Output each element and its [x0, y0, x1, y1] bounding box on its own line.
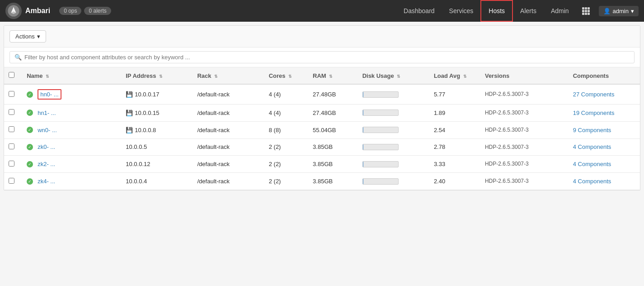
row-checkbox-cell — [4, 84, 22, 105]
actions-button[interactable]: Actions ▾ — [9, 30, 46, 43]
components-link[interactable]: 19 Components — [573, 110, 615, 116]
header-rack[interactable]: Rack ⇅ — [193, 67, 264, 84]
components-link[interactable]: 4 Components — [573, 143, 611, 150]
rack-value: /default-rack — [197, 127, 230, 133]
admin-menu[interactable]: 👤 admin ▾ — [599, 6, 639, 16]
cores-value: 4 (4) — [269, 91, 281, 98]
cores-value: 2 (2) — [269, 161, 281, 167]
load-sort-icon: ⇅ — [463, 74, 467, 79]
disk-bar-bg — [362, 144, 399, 150]
svg-rect-6 — [588, 10, 590, 12]
row-ram-cell: 27.48GB — [308, 105, 358, 122]
ram-value: 27.48GB — [313, 110, 336, 116]
status-icon — [27, 127, 33, 133]
header-cores[interactable]: Cores ⇅ — [264, 67, 308, 84]
hdd-icon: 💾 — [126, 91, 133, 98]
ip-value: 10.0.0.12 — [126, 161, 150, 167]
row-rack-cell: /default-rack — [193, 173, 264, 190]
table-row: hn1- ... 💾 10.0.0.15 /default-rack4 (4)2… — [4, 105, 640, 122]
svg-rect-3 — [588, 7, 590, 10]
brand[interactable]: Ambari — [5, 3, 50, 19]
user-icon: 👤 — [603, 8, 611, 14]
disk-bar-wrap — [362, 127, 425, 133]
components-link[interactable]: 9 Components — [573, 127, 611, 133]
row-checkbox[interactable] — [9, 126, 14, 132]
status-icon — [27, 91, 33, 98]
header-ram[interactable]: RAM ⇅ — [308, 67, 358, 84]
row-rack-cell: /default-rack — [193, 156, 264, 173]
search-input[interactable] — [24, 54, 630, 61]
host-name-link[interactable]: hn0- ... — [40, 91, 58, 98]
host-name-link[interactable]: wn0- ... — [38, 127, 57, 133]
admin-caret: ▾ — [631, 8, 634, 14]
ram-value: 3.85GB — [313, 161, 333, 167]
ram-value: 55.04GB — [313, 127, 336, 133]
disk-bar-bg — [362, 127, 399, 133]
nav-dashboard[interactable]: Dashboard — [396, 0, 442, 22]
row-checkbox[interactable] — [9, 178, 14, 184]
row-load-cell: 2.78 — [429, 138, 480, 156]
load-value: 2.40 — [434, 178, 445, 185]
row-load-cell: 3.33 — [429, 156, 480, 173]
components-link[interactable]: 27 Components — [573, 91, 615, 98]
row-disk-cell — [358, 138, 429, 156]
row-checkbox[interactable] — [9, 91, 14, 97]
ops-badge[interactable]: 0 ops — [59, 7, 81, 15]
row-ram-cell: 3.85GB — [308, 173, 358, 190]
ram-value: 3.85GB — [313, 143, 333, 150]
disk-bar-fill — [363, 144, 364, 150]
row-checkbox-cell — [4, 121, 22, 138]
row-cores-cell: 8 (8) — [264, 121, 308, 138]
host-name-link[interactable]: zk0- ... — [38, 143, 55, 150]
header-load[interactable]: Load Avg ⇅ — [429, 67, 480, 84]
table-row: zk4- ... 10.0.0.4 /default-rack2 (2)3.85… — [4, 173, 640, 190]
ip-value: 10.0.0.17 — [135, 91, 159, 98]
row-rack-cell: /default-rack — [193, 138, 264, 156]
row-ram-cell: 27.48GB — [308, 84, 358, 105]
actions-caret: ▾ — [37, 33, 40, 40]
row-ram-cell: 3.85GB — [308, 156, 358, 173]
table-header-row: Name ⇅ IP Address ⇅ Rack ⇅ Cores ⇅ RAM — [4, 67, 640, 84]
navbar-badges: 0 ops 0 alerts — [59, 7, 111, 15]
cores-value: 8 (8) — [269, 127, 281, 133]
components-link[interactable]: 4 Components — [573, 178, 611, 185]
versions-value: HDP-2.6.5.3007-3 — [485, 161, 529, 167]
disk-bar-fill — [363, 110, 364, 115]
alerts-badge[interactable]: 0 alerts — [84, 7, 111, 15]
brand-logo — [5, 3, 22, 19]
row-load-cell: 2.54 — [429, 121, 480, 138]
row-ip-cell: 💾 10.0.0.8 — [121, 121, 193, 138]
svg-rect-7 — [582, 13, 584, 15]
header-ip[interactable]: IP Address ⇅ — [121, 67, 193, 84]
host-name-link[interactable]: hn1- ... — [38, 110, 56, 116]
row-checkbox-cell — [4, 105, 22, 122]
disk-bar-bg — [362, 91, 399, 98]
nav-admin[interactable]: Admin — [544, 0, 576, 22]
status-icon — [27, 161, 33, 167]
row-checkbox[interactable] — [9, 161, 14, 167]
row-checkbox[interactable] — [9, 143, 14, 149]
rack-value: /default-rack — [197, 110, 230, 116]
header-checkbox[interactable] — [4, 67, 22, 84]
nav-hosts[interactable]: Hosts — [480, 0, 513, 22]
select-all-checkbox[interactable] — [9, 72, 14, 78]
components-link[interactable]: 4 Components — [573, 161, 611, 167]
grid-icon[interactable] — [576, 0, 595, 22]
status-icon — [27, 110, 33, 116]
header-name[interactable]: Name ⇅ — [22, 67, 121, 84]
host-name-link[interactable]: zk4- ... — [38, 178, 55, 185]
nav-alerts[interactable]: Alerts — [513, 0, 544, 22]
svg-rect-8 — [585, 13, 587, 15]
row-ram-cell: 55.04GB — [308, 121, 358, 138]
row-name-cell: wn0- ... — [22, 121, 121, 138]
header-disk[interactable]: Disk Usage ⇅ — [358, 67, 429, 84]
host-name-link[interactable]: zk2- ... — [38, 161, 55, 167]
nav-services[interactable]: Services — [442, 0, 481, 22]
disk-sort-icon: ⇅ — [397, 74, 400, 79]
row-checkbox[interactable] — [9, 109, 14, 115]
rack-value: /default-rack — [197, 143, 230, 150]
row-cores-cell: 4 (4) — [264, 84, 308, 105]
svg-rect-2 — [585, 7, 587, 10]
disk-bar-bg — [362, 178, 399, 185]
header-versions: Versions — [480, 67, 569, 84]
